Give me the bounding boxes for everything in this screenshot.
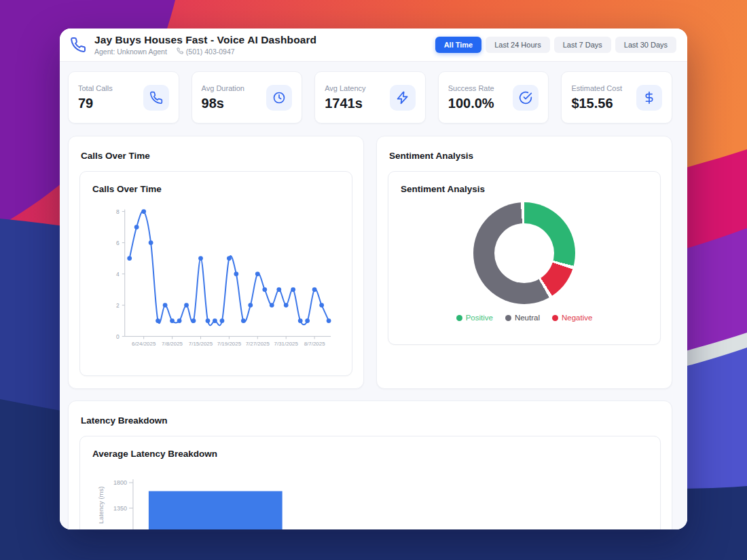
sentiment-legend: Positive Neutral Negative bbox=[399, 314, 649, 322]
section-title: Calls Over Time bbox=[81, 151, 352, 161]
svg-text:Latency (ms): Latency (ms) bbox=[97, 487, 105, 524]
stats-row: Total Calls 79 Avg Duration 98s Avg Late… bbox=[68, 71, 672, 124]
svg-text:7/15/2025: 7/15/2025 bbox=[189, 341, 213, 347]
filter-last-30-days[interactable]: Last 30 Days bbox=[615, 37, 676, 53]
legend-label: Neutral bbox=[515, 314, 540, 322]
stat-value: 98s bbox=[202, 96, 244, 111]
stat-card-estimated-cost: Estimated Cost $15.56 bbox=[561, 71, 672, 124]
stat-label: Total Calls bbox=[78, 84, 113, 92]
svg-text:6/24/2025: 6/24/2025 bbox=[132, 341, 156, 347]
section-title: Sentiment Analysis bbox=[389, 151, 661, 161]
calls-over-time-card: Calls Over Time 024686/24/20257/8/20257/… bbox=[79, 171, 352, 376]
latency-breakdown-card: Average Latency Breakdown Latency (ms)18… bbox=[79, 436, 661, 529]
lightning-icon bbox=[390, 85, 416, 111]
positive-dot-icon bbox=[456, 315, 462, 321]
agent-label: Agent: Unknown Agent bbox=[94, 48, 167, 56]
svg-text:0: 0 bbox=[116, 333, 120, 340]
filter-last-7-days[interactable]: Last 7 Days bbox=[554, 37, 611, 53]
sentiment-donut-chart bbox=[473, 202, 575, 304]
stat-card-avg-latency: Avg Latency 1741s bbox=[314, 71, 426, 124]
svg-text:7/19/2025: 7/19/2025 bbox=[217, 341, 242, 347]
stat-card-total-calls: Total Calls 79 bbox=[68, 71, 179, 124]
agent-phone-number: (501) 403-0947 bbox=[186, 48, 235, 56]
dashboard-header: Jay Buys Houses Fast - Voice AI Dashboar… bbox=[60, 29, 687, 62]
negative-dot-icon bbox=[552, 315, 558, 321]
svg-text:7/8/2025: 7/8/2025 bbox=[162, 341, 183, 347]
sentiment-analysis-section: Sentiment Analysis Sentiment Analysis Po… bbox=[376, 136, 672, 389]
stat-card-success-rate: Success Rate 100.0% bbox=[438, 71, 549, 124]
legend-item-neutral[interactable]: Neutral bbox=[505, 314, 540, 322]
svg-text:6: 6 bbox=[116, 240, 120, 246]
legend-label: Negative bbox=[562, 314, 592, 322]
filter-last-24-hours[interactable]: Last 24 Hours bbox=[486, 37, 549, 53]
phone-icon bbox=[143, 85, 169, 111]
legend-label: Positive bbox=[466, 314, 493, 322]
check-circle-icon bbox=[513, 85, 539, 111]
phone-icon bbox=[69, 36, 87, 54]
chart-title: Calls Over Time bbox=[92, 184, 341, 194]
stat-label: Avg Latency bbox=[325, 84, 365, 92]
stat-label: Success Rate bbox=[448, 84, 494, 92]
voice-ai-dashboard-window: Jay Buys Houses Fast - Voice AI Dashboar… bbox=[60, 29, 687, 529]
sentiment-analysis-card: Sentiment Analysis Positive Neutral bbox=[388, 171, 661, 345]
charts-row: Calls Over Time Calls Over Time 024686/2… bbox=[68, 136, 672, 389]
clock-icon bbox=[266, 85, 292, 111]
svg-text:1350: 1350 bbox=[113, 505, 127, 512]
stat-value: $15.56 bbox=[571, 96, 622, 111]
svg-text:4: 4 bbox=[116, 271, 120, 278]
dollar-icon bbox=[636, 85, 662, 111]
stat-value: 1741s bbox=[325, 96, 365, 111]
stat-label: Avg Duration bbox=[202, 84, 244, 92]
stat-value: 79 bbox=[78, 96, 113, 111]
chart-title: Sentiment Analysis bbox=[401, 184, 649, 194]
dashboard-body: Total Calls 79 Avg Duration 98s Avg Late… bbox=[60, 62, 687, 529]
page-title: Jay Buys Houses Fast - Voice AI Dashboar… bbox=[94, 34, 316, 46]
time-range-filter-group: All Time Last 24 Hours Last 7 Days Last … bbox=[435, 37, 676, 53]
latency-bar-chart: Latency (ms)18001350 bbox=[91, 466, 649, 529]
legend-item-positive[interactable]: Positive bbox=[456, 314, 493, 322]
stat-value: 100.0% bbox=[448, 96, 494, 111]
stat-card-avg-duration: Avg Duration 98s bbox=[192, 71, 303, 124]
calls-over-time-section: Calls Over Time Calls Over Time 024686/2… bbox=[68, 136, 364, 389]
svg-text:8/7/2025: 8/7/2025 bbox=[304, 341, 325, 347]
section-title: Latency Breakdown bbox=[81, 415, 661, 426]
neutral-dot-icon bbox=[505, 315, 511, 321]
filter-all-time[interactable]: All Time bbox=[435, 37, 482, 53]
stat-label: Estimated Cost bbox=[571, 84, 622, 92]
svg-text:1800: 1800 bbox=[113, 479, 127, 486]
svg-text:8: 8 bbox=[116, 208, 120, 215]
legend-item-negative[interactable]: Negative bbox=[552, 314, 592, 322]
chart-title: Average Latency Breakdown bbox=[92, 449, 649, 459]
calls-over-time-line-chart: 024686/24/20257/8/20257/15/20257/19/2025… bbox=[91, 201, 341, 364]
latency-breakdown-section: Latency Breakdown Average Latency Breakd… bbox=[68, 400, 672, 529]
svg-text:2: 2 bbox=[116, 302, 120, 309]
svg-text:7/31/2025: 7/31/2025 bbox=[274, 341, 299, 347]
svg-text:7/27/2025: 7/27/2025 bbox=[246, 341, 270, 347]
small-phone-icon bbox=[177, 48, 183, 56]
